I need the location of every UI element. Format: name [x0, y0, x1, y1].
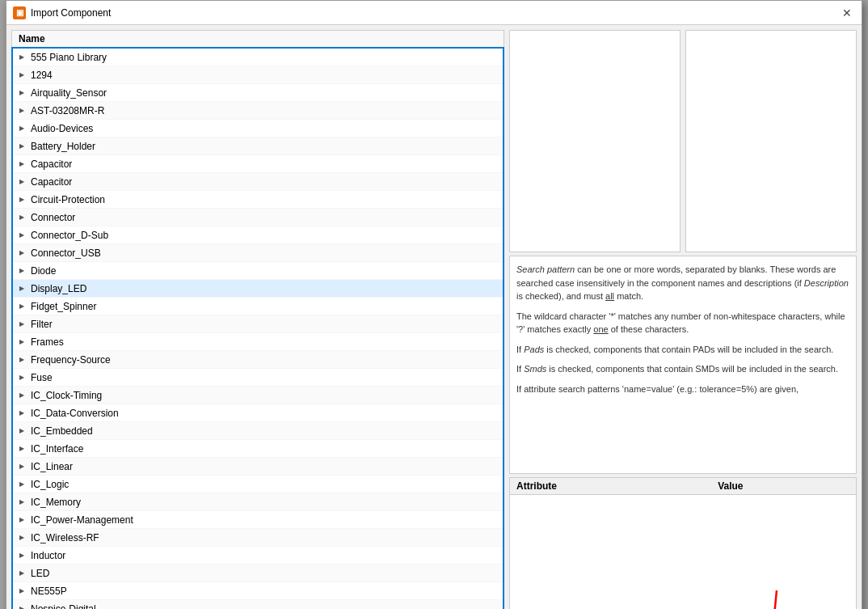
dialog-title: Import Component — [31, 7, 839, 19]
list-item-text: Audio-Devices — [31, 123, 93, 134]
list-header: Name — [11, 30, 504, 47]
tree-expand-icon: ▶ — [16, 52, 27, 63]
info-paragraph-1: Search pattern can be one or more words,… — [516, 263, 849, 303]
list-item[interactable]: ▶Circuit-Protection — [13, 191, 503, 209]
list-item[interactable]: ▶Airquality_Sensor — [13, 84, 503, 102]
list-item-text: IC_Embedded — [31, 425, 93, 437]
list-item-text: Diode — [31, 265, 56, 277]
tree-expand-icon: ▶ — [16, 497, 27, 508]
list-item[interactable]: ▶Fidget_Spinner — [13, 298, 503, 315]
list-item-text: Connector_D-Sub — [31, 230, 108, 241]
list-item-text: Frequency-Source — [31, 354, 111, 366]
list-item[interactable]: ▶AST-03208MR-R — [13, 102, 503, 120]
list-item[interactable]: ▶IC_Clock-Timing — [13, 387, 503, 404]
list-item[interactable]: ▶Connector — [13, 209, 503, 226]
list-item[interactable]: ▶1294 — [13, 66, 503, 84]
list-item[interactable]: ▶Capacitor — [13, 173, 503, 191]
list-item-text: Fidget_Spinner — [31, 301, 96, 312]
list-item-text: Display_LED — [31, 283, 86, 294]
info-paragraph-2: The wildcard character '*' matches any n… — [516, 310, 849, 336]
left-panel: Name ▶555 Piano Library▶1294▶Airquality_… — [11, 30, 504, 609]
tree-expand-icon: ▶ — [16, 283, 27, 294]
tree-expand-icon: ▶ — [16, 247, 27, 259]
list-item[interactable]: ▶Diode — [13, 262, 503, 280]
attr-column-value: Value — [711, 478, 856, 495]
info-paragraph-4: If Smds is checked, components that cont… — [516, 362, 849, 376]
component-list[interactable]: ▶555 Piano Library▶1294▶Airquality_Senso… — [11, 47, 504, 609]
list-item[interactable]: ▶IC_Embedded — [13, 422, 503, 440]
tree-expand-icon: ▶ — [16, 514, 27, 526]
list-item[interactable]: ▶IC_Linear — [13, 458, 503, 476]
list-item[interactable]: ▶IC_Interface — [13, 440, 503, 458]
tree-expand-icon: ▶ — [16, 532, 27, 543]
dialog-body: Name ▶555 Piano Library▶1294▶Airquality_… — [6, 25, 862, 609]
tree-expand-icon: ▶ — [16, 265, 27, 277]
tree-expand-icon: ▶ — [16, 212, 27, 223]
list-item-text: Connector_USB — [31, 247, 101, 259]
tree-expand-icon: ▶ — [16, 603, 27, 610]
tree-expand-icon: ▶ — [16, 87, 27, 99]
import-component-dialog: ▣ Import Component ✕ Name ▶555 Piano Lib… — [6, 0, 862, 609]
list-item[interactable]: ▶Filter — [13, 315, 503, 333]
list-item-text: Battery_Holder — [31, 141, 95, 152]
list-item[interactable]: ▶IC_Wireless-RF — [13, 529, 503, 547]
tree-expand-icon: ▶ — [16, 461, 27, 472]
tree-expand-icon: ▶ — [16, 194, 27, 205]
list-item-text: Capacitor — [31, 159, 72, 170]
list-item-text: IC_Logic — [31, 479, 69, 490]
title-bar: ▣ Import Component ✕ — [6, 1, 862, 25]
tree-expand-icon: ▶ — [16, 354, 27, 366]
dialog-icon: ▣ — [13, 6, 26, 19]
list-item[interactable]: ▶Battery_Holder — [13, 137, 503, 155]
tree-expand-icon: ▶ — [16, 550, 27, 561]
list-item[interactable]: ▶Capacitor — [13, 155, 503, 173]
list-item[interactable]: ▶IC_Memory — [13, 493, 503, 511]
tree-expand-icon: ▶ — [16, 425, 27, 437]
list-item-text: Nospice-Digital — [31, 603, 96, 610]
list-item-text: LED — [31, 568, 49, 579]
tree-expand-icon: ▶ — [16, 408, 27, 419]
list-item[interactable]: ▶Fuse — [13, 369, 503, 387]
list-item[interactable]: ▶Audio-Devices — [13, 120, 503, 137]
tree-expand-icon: ▶ — [16, 372, 27, 383]
close-button[interactable]: ✕ — [839, 5, 855, 21]
info-paragraph-3: If Pads is checked, components that cont… — [516, 343, 849, 357]
preview-area — [509, 30, 857, 252]
list-item-text: IC_Power-Management — [31, 514, 133, 526]
list-item[interactable]: ▶555 Piano Library — [13, 49, 503, 66]
list-item[interactable]: ▶IC_Logic — [13, 476, 503, 493]
red-arrow-indicator — [759, 590, 783, 609]
list-item-text: IC_Memory — [31, 497, 81, 508]
list-item-text: IC_Linear — [31, 461, 73, 472]
attr-column-attribute: Attribute — [510, 478, 711, 495]
preview-box-right — [685, 30, 857, 252]
list-item-text: Circuit-Protection — [31, 194, 105, 205]
list-item[interactable]: ▶Frames — [13, 333, 503, 351]
tree-expand-icon: ▶ — [16, 141, 27, 152]
list-item-text: Filter — [31, 319, 53, 330]
list-item[interactable]: ▶Display_LED — [13, 280, 503, 298]
list-item[interactable]: ▶IC_Data-Conversion — [13, 404, 503, 422]
list-item-text: IC_Data-Conversion — [31, 408, 119, 419]
list-item[interactable]: ▶Nospice-Digital — [13, 600, 503, 609]
tree-expand-icon: ▶ — [16, 159, 27, 170]
list-item[interactable]: ▶Frequency-Source — [13, 351, 503, 369]
attribute-table-container: Attribute Value — [509, 477, 857, 609]
attribute-table: Attribute Value — [510, 478, 856, 495]
list-item[interactable]: ▶IC_Power-Management — [13, 511, 503, 529]
tree-expand-icon: ▶ — [16, 586, 27, 597]
list-item[interactable]: ▶Inductor — [13, 547, 503, 565]
list-item[interactable]: ▶LED — [13, 565, 503, 582]
right-panel: Search pattern can be one or more words,… — [509, 30, 857, 609]
info-paragraph-5: If attribute search patterns 'name=value… — [516, 383, 849, 396]
list-item[interactable]: ▶Connector_D-Sub — [13, 226, 503, 244]
list-item-text: Capacitor — [31, 176, 72, 188]
tree-expand-icon: ▶ — [16, 123, 27, 134]
tree-expand-icon: ▶ — [16, 319, 27, 330]
tree-expand-icon: ▶ — [16, 301, 27, 312]
tree-expand-icon: ▶ — [16, 230, 27, 241]
tree-expand-icon: ▶ — [16, 70, 27, 81]
list-item[interactable]: ▶Connector_USB — [13, 244, 503, 262]
info-box: Search pattern can be one or more words,… — [509, 256, 857, 474]
list-item[interactable]: ▶NE555P — [13, 582, 503, 600]
